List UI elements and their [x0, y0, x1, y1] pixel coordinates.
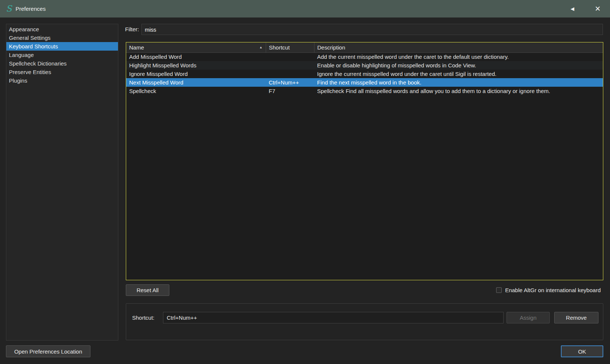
- table-row[interactable]: Next Misspelled WordCtrl+Num++Find the n…: [126, 78, 603, 87]
- filter-input[interactable]: [141, 24, 603, 35]
- sidebar-item-general-settings[interactable]: General Settings: [6, 33, 118, 42]
- titlebar[interactable]: S Preferences ◀ ✕: [0, 0, 610, 17]
- window-title: Preferences: [16, 6, 46, 12]
- open-preferences-location-button[interactable]: Open Preferences Location: [6, 345, 90, 357]
- cell-name: Ignore Misspelled Word: [126, 70, 266, 78]
- shade-window-icon[interactable]: ◀: [559, 6, 585, 12]
- cell-description: Enable or disable highlighting of misspe…: [314, 61, 603, 70]
- sidebar-item-spellcheck-dictionaries[interactable]: Spellcheck Dictionaries: [6, 59, 118, 68]
- ok-button[interactable]: OK: [561, 345, 603, 357]
- window-controls: ◀ ✕: [559, 0, 610, 17]
- column-header-description[interactable]: Description: [314, 42, 603, 52]
- table-row[interactable]: Highlight Misspelled WordsEnable or disa…: [126, 61, 603, 70]
- sidebar-item-language[interactable]: Language: [6, 51, 118, 59]
- altgr-checkbox[interactable]: [496, 287, 502, 293]
- cell-name: Spellcheck: [126, 87, 266, 95]
- altgr-label: Enable AltGr on international keyboard: [505, 287, 601, 293]
- sidebar-item-appearance[interactable]: Appearance: [6, 25, 118, 33]
- sigil-logo-icon: S: [6, 4, 12, 13]
- table-row[interactable]: Add Misspelled WordAdd the current missp…: [126, 52, 603, 61]
- close-window-icon[interactable]: ✕: [585, 4, 610, 13]
- cell-shortcut: F7: [266, 87, 314, 95]
- shortcuts-table: Name ▲ Shortcut Description Add Misspell…: [126, 42, 603, 280]
- shortcut-editor-group: Shortcut: Assign Remove: [126, 303, 603, 340]
- altgr-option: Enable AltGr on international keyboard: [496, 284, 601, 296]
- table-row[interactable]: SpellcheckF7Spellcheck Find all misspell…: [126, 87, 603, 95]
- cell-shortcut: [266, 52, 314, 61]
- cell-shortcut: Ctrl+Num++: [266, 78, 314, 87]
- sidebar-list: AppearanceGeneral SettingsKeyboard Short…: [6, 24, 118, 341]
- cell-name: Next Misspelled Word: [126, 78, 266, 87]
- cell-description: Add the current misspelled word under th…: [314, 52, 603, 61]
- cell-description: Spellcheck Find all misspelled words and…: [314, 87, 603, 95]
- cell-description: Find the next misspelled word in the boo…: [314, 78, 603, 87]
- column-header-name-label: Name: [129, 44, 144, 51]
- cell-name: Add Misspelled Word: [126, 52, 266, 61]
- cell-description: Ignore the current misspelled word under…: [314, 70, 603, 78]
- sidebar-item-plugins[interactable]: Plugins: [6, 76, 118, 85]
- shortcut-label: Shortcut:: [132, 312, 154, 323]
- sort-ascending-icon: ▲: [259, 45, 263, 49]
- column-header-shortcut[interactable]: Shortcut: [266, 42, 314, 52]
- table-header-row: Name ▲ Shortcut Description: [126, 42, 603, 52]
- cell-name: Highlight Misspelled Words: [126, 61, 266, 70]
- sidebar-item-keyboard-shortcuts[interactable]: Keyboard Shortcuts: [6, 42, 118, 51]
- column-header-name[interactable]: Name ▲: [126, 42, 266, 52]
- table-row[interactable]: Ignore Misspelled WordIgnore the current…: [126, 70, 603, 78]
- shortcut-input[interactable]: [163, 312, 504, 323]
- cell-shortcut: [266, 70, 314, 78]
- remove-button[interactable]: Remove: [554, 312, 598, 323]
- preferences-window: S Preferences ◀ ✕ AppearanceGeneral Sett…: [0, 0, 610, 364]
- shortcut-table-body: Add Misspelled WordAdd the current missp…: [126, 52, 603, 95]
- filter-label: Filter:: [125, 24, 139, 35]
- reset-all-button[interactable]: Reset All: [126, 284, 169, 296]
- assign-button[interactable]: Assign: [507, 312, 550, 323]
- cell-shortcut: [266, 61, 314, 70]
- sidebar-item-preserve-entities[interactable]: Preserve Entities: [6, 68, 118, 76]
